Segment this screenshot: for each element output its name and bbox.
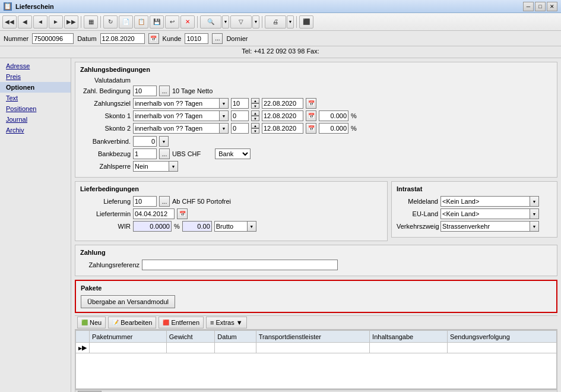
zahlungsziel-days-input[interactable] bbox=[231, 98, 249, 109]
maximize-button[interactable]: □ bbox=[535, 2, 546, 11]
nummer-input[interactable] bbox=[32, 33, 74, 44]
row-paketnummer[interactable] bbox=[90, 343, 167, 353]
filter2-arrow[interactable]: ▼ bbox=[252, 15, 259, 29]
lieferbedingungen-title: Lieferbedingungen bbox=[80, 185, 382, 192]
col-sendungsverfolgung: Sendungsverfolgung bbox=[447, 331, 556, 343]
skonto1-percent-input[interactable] bbox=[319, 110, 348, 121]
nav-first-button[interactable]: ◀◀ bbox=[2, 15, 17, 29]
zahlungsziel-date-input[interactable] bbox=[262, 98, 303, 109]
liefertermin-input[interactable] bbox=[133, 208, 175, 219]
kunde-dots-button[interactable]: ... bbox=[212, 33, 223, 44]
wir-type-arrow[interactable]: ▼ bbox=[247, 221, 256, 232]
skonto2-dropdown-arrow[interactable]: ▼ bbox=[219, 123, 229, 134]
verkehr-arrow[interactable]: ▼ bbox=[530, 221, 539, 232]
copy2-button[interactable]: 📋 bbox=[134, 15, 148, 29]
skonto2-spin-up[interactable]: ▲ bbox=[251, 123, 259, 128]
skonto2-spin-down[interactable]: ▼ bbox=[251, 128, 259, 134]
title-bar-text: Lieferschein bbox=[15, 3, 54, 10]
skonto1-spin-down[interactable]: ▼ bbox=[251, 116, 259, 121]
extras-button[interactable]: ≡ Extras ▼ bbox=[206, 317, 247, 328]
sidebar-item-adresse[interactable]: Adresse bbox=[0, 61, 71, 71]
skonto1-dropdown-arrow[interactable]: ▼ bbox=[219, 110, 229, 121]
meldeland-arrow[interactable]: ▼ bbox=[530, 196, 539, 207]
skonto1-date-input[interactable] bbox=[262, 110, 303, 121]
nav-next-button[interactable]: ► bbox=[49, 15, 63, 29]
euland-row: EU-Land ▼ bbox=[397, 208, 552, 219]
entfernen-button[interactable]: 🟥 Entfernen bbox=[159, 317, 204, 328]
euland-arrow[interactable]: ▼ bbox=[530, 208, 539, 219]
neu-button[interactable]: 🟩 Neu bbox=[77, 317, 106, 328]
euland-input[interactable] bbox=[440, 208, 530, 219]
delete-button[interactable]: ✕ bbox=[180, 15, 195, 29]
bearbeiten-button[interactable]: 📝 Bearbeiten bbox=[108, 317, 156, 328]
misc-button[interactable]: ⬛ bbox=[299, 15, 313, 29]
skonto2-combo-input[interactable] bbox=[133, 123, 219, 134]
refresh-button[interactable]: ↻ bbox=[103, 15, 118, 29]
zahlbedingung-input[interactable] bbox=[133, 86, 157, 96]
meldeland-input[interactable] bbox=[440, 196, 530, 207]
zahlungsreferenz-input[interactable] bbox=[142, 260, 338, 270]
undo-button[interactable]: ↩ bbox=[165, 15, 179, 29]
datum-calendar-button[interactable]: 📅 bbox=[148, 33, 159, 44]
skonto1-combo-input[interactable] bbox=[133, 110, 219, 121]
zahlungsziel-spin-down[interactable]: ▼ bbox=[251, 103, 259, 109]
skonto2-percent-input[interactable] bbox=[319, 123, 348, 134]
liefertermin-cal-button[interactable]: 📅 bbox=[177, 208, 188, 219]
horizontal-scrollbar[interactable] bbox=[75, 390, 557, 392]
bankbezug-dots-button[interactable]: ... bbox=[159, 148, 170, 159]
print-arrow[interactable]: ▼ bbox=[287, 15, 294, 29]
zahlungsreferenz-row: Zahlungsreferenz bbox=[80, 260, 552, 270]
skonto1-days-input[interactable] bbox=[231, 110, 249, 121]
bankverbind-input[interactable] bbox=[133, 136, 157, 147]
bankverbind-dropdown-arrow[interactable]: ▼ bbox=[159, 136, 169, 147]
uebergabe-button[interactable]: Übergabe an Versandmodul bbox=[81, 295, 175, 308]
nav-prev-button[interactable]: ◀ bbox=[18, 15, 32, 29]
zahlbedingung-text: 10 Tage Netto bbox=[172, 87, 213, 94]
skonto1-spin-up[interactable]: ▲ bbox=[251, 110, 259, 116]
wir-percent-input[interactable] bbox=[133, 221, 172, 232]
skonto2-date-input[interactable] bbox=[262, 123, 303, 134]
zahlbedingung-dots-button[interactable]: ... bbox=[159, 86, 170, 96]
lieferung-dots-button[interactable]: ... bbox=[159, 196, 170, 207]
sidebar-item-archiv[interactable]: Archiv bbox=[0, 125, 71, 135]
col-arrow bbox=[76, 331, 90, 343]
row-inhaltsangabe bbox=[370, 343, 448, 353]
zahlungsziel-dropdown-arrow[interactable]: ▼ bbox=[219, 98, 229, 109]
filter2-button[interactable]: ▽ bbox=[230, 15, 252, 29]
zahlsperre-input[interactable] bbox=[133, 161, 169, 172]
bankbezug-input[interactable] bbox=[133, 148, 157, 159]
copy1-button[interactable]: 📄 bbox=[119, 15, 133, 29]
nav-last-button[interactable]: ▶▶ bbox=[64, 15, 78, 29]
nav-prev2-button[interactable]: ◄ bbox=[33, 15, 47, 29]
sidebar-item-text[interactable]: Text bbox=[0, 93, 71, 103]
sidebar-item-optionen[interactable]: Optionen bbox=[0, 82, 71, 93]
valutadatum-label: Valutadatum bbox=[80, 77, 131, 84]
zahlungsziel-combo-input[interactable] bbox=[133, 98, 219, 109]
close-button[interactable]: ✕ bbox=[547, 2, 557, 11]
row-transportdienstleister bbox=[256, 343, 369, 353]
zahlungsziel-cal-button[interactable]: 📅 bbox=[306, 98, 316, 109]
sidebar-item-journal[interactable]: Journal bbox=[0, 114, 71, 125]
grid-button[interactable]: ▦ bbox=[84, 15, 98, 29]
filter-button[interactable]: 🔍 bbox=[200, 15, 221, 29]
skonto1-cal-button[interactable]: 📅 bbox=[306, 110, 316, 121]
sidebar-item-positionen[interactable]: Positionen bbox=[0, 103, 71, 114]
minimize-button[interactable]: ─ bbox=[523, 2, 534, 11]
skonto2-days-input[interactable] bbox=[231, 123, 249, 134]
sidebar-item-preis[interactable]: Preis bbox=[0, 71, 71, 82]
wir-type-input[interactable] bbox=[214, 221, 247, 232]
save-button[interactable]: 💾 bbox=[150, 15, 164, 29]
filter-arrow[interactable]: ▼ bbox=[222, 15, 229, 29]
sep5 bbox=[296, 16, 297, 28]
verkehr-input[interactable] bbox=[440, 221, 530, 232]
skonto2-cal-button[interactable]: 📅 bbox=[306, 123, 316, 134]
kunde-input[interactable] bbox=[185, 33, 208, 44]
zahlungsziel-spin-up[interactable]: ▲ bbox=[251, 98, 259, 103]
skonto1-dropdown: ▼ bbox=[133, 110, 229, 121]
datum-input[interactable] bbox=[100, 33, 145, 44]
print-button[interactable]: 🖨 bbox=[265, 15, 286, 29]
lieferung-input[interactable] bbox=[133, 196, 157, 207]
wir-amount-input[interactable] bbox=[182, 221, 212, 232]
zahlsperre-arrow[interactable]: ▼ bbox=[169, 161, 178, 172]
bank-select[interactable]: Bank bbox=[215, 148, 251, 159]
